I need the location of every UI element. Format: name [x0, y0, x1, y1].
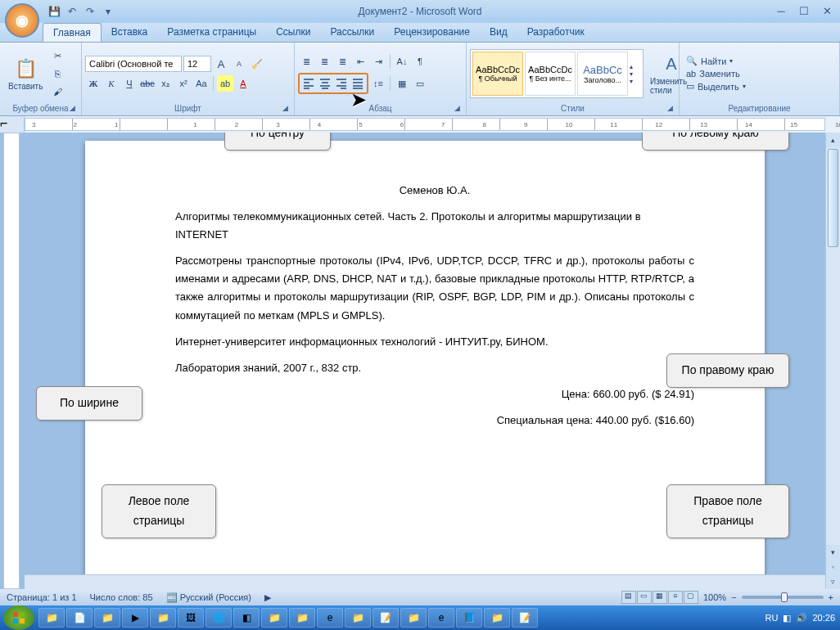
- find-button[interactable]: 🔍Найти▾: [683, 55, 749, 67]
- minimize-button[interactable]: ─: [771, 4, 791, 19]
- tray-time[interactable]: 20:26: [812, 613, 835, 623]
- taskbar-item[interactable]: 📁: [94, 608, 120, 628]
- shading-button[interactable]: ▦: [394, 75, 410, 92]
- bullets-button[interactable]: ≣: [298, 53, 314, 70]
- tab-home[interactable]: Главная: [43, 23, 102, 42]
- ruler-corner[interactable]: ⌐: [0, 116, 25, 133]
- font-name-select[interactable]: [85, 56, 182, 72]
- view-print[interactable]: ▤: [621, 591, 636, 604]
- line-spacing-button[interactable]: ↕≡: [370, 75, 386, 92]
- change-case-button[interactable]: Aa: [193, 75, 210, 92]
- scroll-down-button[interactable]: ▾: [826, 545, 840, 560]
- align-right-button[interactable]: [333, 75, 350, 92]
- tray-lang[interactable]: RU: [765, 613, 779, 623]
- select-button[interactable]: ▭Выделить▾: [683, 80, 749, 92]
- undo-icon[interactable]: ↶: [64, 3, 80, 20]
- status-lang[interactable]: 🔤 Русский (Россия): [166, 592, 251, 603]
- document-page[interactable]: Семенов Ю.А. Алгоритмы телекоммуникацион…: [85, 141, 765, 589]
- scroll-thumb[interactable]: [828, 149, 838, 247]
- grow-font-button[interactable]: A: [213, 56, 229, 72]
- numbering-button[interactable]: ≣: [316, 53, 332, 70]
- highlight-button[interactable]: ab: [217, 75, 233, 92]
- view-web[interactable]: ▦: [653, 591, 667, 604]
- taskbar-item[interactable]: 📁: [150, 608, 176, 628]
- zoom-slider-thumb[interactable]: [781, 592, 788, 602]
- style-heading1[interactable]: AaBbCc Заголово...: [577, 52, 628, 96]
- style-normal[interactable]: AaBbCcDc ¶ Обычный: [472, 52, 523, 96]
- maximize-button[interactable]: ☐: [794, 4, 814, 19]
- underline-button[interactable]: Ч: [121, 75, 138, 92]
- align-justify-button[interactable]: [350, 75, 366, 92]
- qat-more-icon[interactable]: ▾: [100, 3, 116, 20]
- taskbar-item[interactable]: 📝: [373, 608, 399, 628]
- prev-page-button[interactable]: ◦: [826, 560, 840, 574]
- shrink-font-button[interactable]: A: [231, 56, 247, 72]
- styles-expand[interactable]: ▾: [630, 78, 641, 85]
- taskbar-item[interactable]: 🖼: [178, 608, 204, 628]
- align-left-button[interactable]: [300, 75, 317, 92]
- format-painter-button[interactable]: 🖌: [49, 83, 65, 100]
- status-words[interactable]: Число слов: 85: [90, 592, 153, 602]
- taskbar-item[interactable]: 📁: [400, 608, 427, 628]
- replace-button[interactable]: abЗаменить: [683, 68, 749, 79]
- taskbar-item[interactable]: 🌐: [205, 608, 232, 628]
- cut-button[interactable]: ✂: [49, 47, 65, 64]
- view-fullread[interactable]: ▭: [637, 591, 652, 604]
- superscript-button[interactable]: x²: [175, 75, 192, 92]
- taskbar-item[interactable]: 📄: [66, 608, 93, 628]
- tray-volume-icon[interactable]: 🔊: [796, 613, 807, 623]
- styles-dialog-launcher[interactable]: ◢: [667, 104, 677, 114]
- font-size-select[interactable]: [183, 56, 211, 72]
- align-center-button[interactable]: [317, 75, 333, 92]
- paste-button[interactable]: 📋 Вставить: [3, 56, 47, 92]
- tab-page-layout[interactable]: Разметка страницы: [157, 23, 266, 42]
- font-color-button[interactable]: A: [235, 75, 251, 92]
- scroll-up-button[interactable]: ▴: [826, 133, 840, 147]
- save-icon[interactable]: 💾: [46, 3, 62, 20]
- styles-gallery[interactable]: AaBbCcDc ¶ Обычный AaBbCcDc ¶ Без инте..…: [470, 49, 644, 98]
- clear-format-button[interactable]: 🧹: [249, 56, 265, 72]
- close-button[interactable]: ✕: [817, 4, 837, 19]
- zoom-slider[interactable]: [742, 596, 824, 599]
- taskbar-item[interactable]: ◧: [233, 608, 260, 628]
- taskbar-item[interactable]: 📝: [512, 608, 538, 628]
- status-page[interactable]: Страница: 1 из 1: [7, 592, 77, 602]
- ruler-vertical[interactable]: [3, 133, 20, 589]
- subscript-button[interactable]: x₂: [157, 75, 174, 92]
- tab-insert[interactable]: Вставка: [102, 23, 158, 42]
- italic-button[interactable]: К: [103, 75, 120, 92]
- clipboard-dialog-launcher[interactable]: ◢: [70, 104, 79, 114]
- taskbar-item[interactable]: ▶: [122, 608, 148, 628]
- ruler-horizontal[interactable]: 3211234567891011121314151617: [25, 118, 825, 131]
- styles-scroll-down[interactable]: ▾: [630, 70, 641, 78]
- taskbar-item[interactable]: 📁: [38, 608, 65, 628]
- zoom-in-button[interactable]: +: [829, 592, 833, 602]
- zoom-value[interactable]: 100%: [703, 592, 726, 602]
- taskbar-item[interactable]: 📁: [345, 608, 371, 628]
- tab-view[interactable]: Вид: [480, 23, 517, 42]
- show-marks-button[interactable]: ¶: [412, 53, 428, 70]
- status-macro-icon[interactable]: ▶: [264, 592, 271, 603]
- tab-review[interactable]: Рецензирование: [384, 23, 480, 42]
- decrease-indent-button[interactable]: ⇤: [352, 53, 368, 70]
- styles-scroll-up[interactable]: ▴: [630, 63, 641, 70]
- increase-indent-button[interactable]: ⇥: [370, 53, 386, 70]
- taskbar-item[interactable]: 📁: [484, 608, 510, 628]
- tab-references[interactable]: Ссылки: [266, 23, 320, 42]
- tray-icon[interactable]: ◧: [783, 613, 791, 623]
- copy-button[interactable]: ⎘: [49, 65, 65, 82]
- style-no-spacing[interactable]: AaBbCcDc ¶ Без инте...: [525, 52, 576, 96]
- taskbar-item[interactable]: 📘: [456, 608, 482, 628]
- taskbar-item[interactable]: 📁: [261, 608, 287, 628]
- zoom-out-button[interactable]: −: [731, 592, 736, 602]
- horizontal-scrollbar[interactable]: [25, 574, 825, 589]
- page-scroll-container[interactable]: Семенов Ю.А. Алгоритмы телекоммуникацион…: [25, 133, 825, 589]
- sort-button[interactable]: A↓: [394, 53, 410, 70]
- paragraph-dialog-launcher[interactable]: ◢: [454, 104, 464, 114]
- tab-developer[interactable]: Разработчик: [517, 23, 594, 42]
- view-draft[interactable]: ▢: [684, 591, 698, 604]
- strike-button[interactable]: abc: [139, 75, 156, 92]
- office-button[interactable]: ◉: [5, 3, 39, 38]
- vertical-scrollbar[interactable]: ▴ ▾ ◦ ▿: [825, 133, 840, 589]
- borders-button[interactable]: ▭: [412, 75, 428, 92]
